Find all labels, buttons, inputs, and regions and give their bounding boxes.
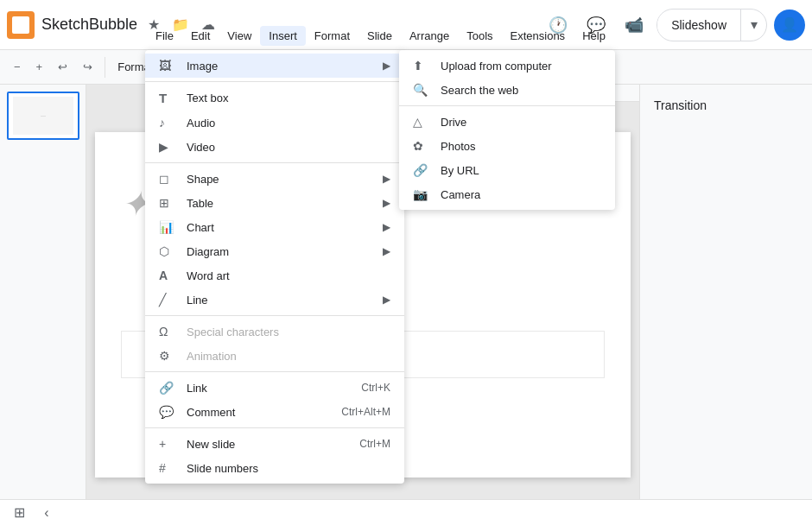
submenu-item-photos[interactable]: ✿ Photos [399,134,615,158]
link-menu-icon: 🔗 [159,381,176,395]
zoom-minus-btn[interactable]: − [7,57,28,77]
submenu-item-drive[interactable]: △ Drive [399,110,615,134]
menu-item-shape[interactable]: ◻ Shape ▶ [145,167,404,191]
menu-item-word-art[interactable]: A Word art [145,263,404,288]
submenu-item-by-url[interactable]: 🔗 By URL [399,158,615,182]
menu-item-diagram[interactable]: ⬡ Diagram ▶ [145,239,404,263]
divider-4 [145,371,404,372]
line-arrow-icon: ▶ [383,294,390,306]
video-btn[interactable]: 📹 [619,9,650,41]
menu-item-slide-numbers[interactable]: # Slide numbers [145,456,404,480]
diagram-arrow-icon: ▶ [383,245,390,257]
top-bar: SketchBubble ★ 📁 ☁ File Edit View Insert… [0,0,812,50]
menu-item-line[interactable]: ╱ Line ▶ [145,288,404,312]
menu-edit[interactable]: Edit [182,26,219,46]
menu-item-special-chars: Ω Special characters [145,319,404,344]
divider-1 [145,81,404,82]
line-menu-icon: ╱ [159,293,176,307]
toolbar-separator-1 [105,57,105,78]
menu-item-video[interactable]: ▶ Video [145,135,404,159]
menu-item-audio[interactable]: ♪ Audio [145,111,404,135]
animation-menu-icon: ⚙ [159,349,176,363]
new-slide-shortcut: Ctrl+M [359,438,390,450]
menu-item-animation: ⚙ Animation [145,344,404,368]
undo-btn[interactable]: ↩ [51,57,74,77]
menu-item-image[interactable]: 🖼 Image ▶ [145,54,404,78]
special-chars-menu-icon: Ω [159,325,176,338]
submenu-item-upload[interactable]: ⬆ Upload from computer [399,54,615,78]
app-title: SketchBubble [41,16,137,34]
zoom-plus-btn[interactable]: + [29,57,50,77]
chart-menu-icon: 📊 [159,220,176,234]
divider-5 [145,427,404,428]
slideshow-dropdown-btn[interactable]: ▾ [740,9,766,41]
wordart-menu-icon: A [159,269,176,282]
menu-item-link[interactable]: 🔗 Link Ctrl+K [145,376,404,400]
slide-thumbnail-1[interactable]: 1 — [7,92,79,140]
search-web-icon: 🔍 [413,83,430,97]
link-shortcut: Ctrl+K [361,382,390,394]
menu-item-table[interactable]: ⊞ Table ▶ [145,191,404,215]
diagram-menu-icon: ⬡ [159,244,176,258]
image-submenu: ⬆ Upload from computer 🔍 Search the web … [399,50,615,210]
right-panel: Transition [639,85,812,525]
shape-menu-icon: ◻ [159,172,176,186]
menu-slide[interactable]: Slide [358,26,401,46]
submenu-item-search-web[interactable]: 🔍 Search the web [399,78,615,102]
collapse-panel-btn[interactable]: ‹ [35,501,59,525]
new-slide-menu-icon: + [159,437,176,451]
right-panel-header: Transition [647,92,805,119]
upload-icon: ⬆ [413,59,430,73]
menu-item-comment[interactable]: 💬 Comment Ctrl+Alt+M [145,400,404,424]
menu-format[interactable]: Format [306,26,358,46]
menu-insert[interactable]: Insert [260,26,306,46]
menu-item-text-box[interactable]: T Text box [145,85,404,111]
camera-icon: 📷 [413,187,430,201]
redo-btn[interactable]: ↪ [76,57,99,77]
submenu-divider-1 [399,105,615,106]
app-logo[interactable] [7,11,35,39]
menu-bar: File Edit View Insert Format Slide Arran… [147,26,614,46]
menu-item-chart[interactable]: 📊 Chart ▶ [145,215,404,239]
divider-2 [145,162,404,163]
chart-arrow-icon: ▶ [383,221,390,233]
menu-help[interactable]: Help [574,26,614,46]
drive-icon: △ [413,115,430,129]
audio-menu-icon: ♪ [159,116,176,130]
insert-menu: 🖼 Image ▶ T Text box ♪ Audio ▶ Video ◻ S… [145,50,404,484]
by-url-icon: 🔗 [413,163,430,177]
slideshow-button[interactable]: Slideshow [657,13,740,37]
video-menu-icon: ▶ [159,140,176,154]
menu-item-new-slide[interactable]: + New slide Ctrl+M [145,432,404,456]
textbox-menu-icon: T [159,91,176,105]
shape-arrow-icon: ▶ [383,173,390,185]
grid-view-btn[interactable]: ⊞ [7,501,31,525]
slide-numbers-menu-icon: # [159,461,176,475]
image-menu-icon: 🖼 [159,59,176,73]
table-menu-icon: ⊞ [159,196,176,210]
menu-tools[interactable]: Tools [458,26,501,46]
menu-extensions[interactable]: Extensions [502,26,574,46]
menu-view[interactable]: View [219,26,260,46]
bottom-bar: ⊞ ‹ [0,499,812,525]
photos-icon: ✿ [413,139,430,153]
slideshow-container: Slideshow ▾ [657,9,767,41]
comment-shortcut: Ctrl+Alt+M [341,406,390,418]
divider-3 [145,315,404,316]
menu-file[interactable]: File [147,26,182,46]
image-arrow-icon: ▶ [383,60,390,72]
submenu-item-camera[interactable]: 📷 Camera [399,182,615,206]
user-avatar[interactable]: 👤 [774,9,805,41]
slides-panel: 1 — [0,85,86,525]
comment-menu-icon: 💬 [159,405,176,419]
table-arrow-icon: ▶ [383,197,390,209]
menu-arrange[interactable]: Arrange [401,26,458,46]
